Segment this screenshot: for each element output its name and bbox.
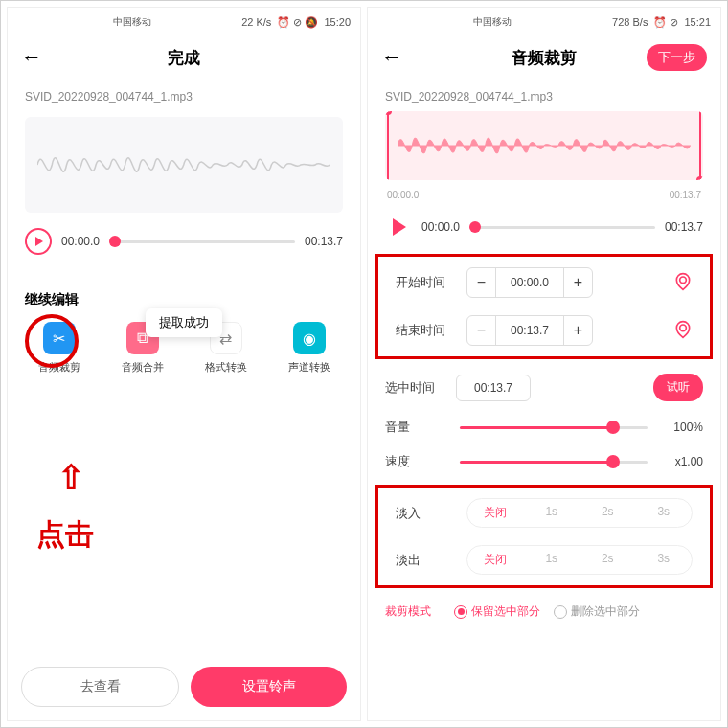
annotation-box-time: 开始时间 − 00:00.0 + 结束时间 − 00:13.7 +	[375, 254, 713, 359]
waveform-trim[interactable]	[385, 111, 703, 180]
pin-end-button[interactable]	[673, 320, 693, 342]
svg-point-1	[680, 325, 687, 331]
speed-value: x1.00	[661, 455, 703, 468]
progress-slider[interactable]	[109, 240, 295, 243]
annotation-label: 点击	[36, 515, 94, 555]
mode-delete-radio[interactable]: 删除选中部分	[554, 603, 640, 620]
fadein-label: 淡入	[396, 505, 457, 522]
mode-keep-radio[interactable]: 保留选中部分	[454, 603, 540, 620]
filename: SVID_20220928_004744_1.mp3	[368, 79, 720, 109]
back-icon[interactable]: ←	[21, 45, 42, 70]
next-button[interactable]: 下一步	[647, 44, 707, 71]
speed-label: 速度	[385, 453, 446, 470]
tool-grid: 提取成功 ✂ 音频裁剪 ⧉ 音频合并 ⇄ 格式转换 ◉ 声道转换	[8, 322, 360, 375]
play-row: 00:00.0 00:13.7	[8, 220, 360, 262]
end-time-value[interactable]: 00:13.7	[496, 324, 563, 337]
sound-icon: ◉	[293, 322, 326, 354]
annotation-circle	[25, 314, 79, 368]
filename: SVID_20220928_004744_1.mp3	[8, 79, 360, 109]
selected-time-label: 选中时间	[385, 379, 446, 397]
annotation-arrow-icon: ⇧	[57, 458, 84, 496]
fadeout-label: 淡出	[396, 552, 457, 569]
play-total: 00:13.7	[665, 220, 703, 234]
end-time-stepper: − 00:13.7 +	[466, 315, 593, 346]
trim-handle-end-icon[interactable]	[699, 111, 701, 180]
play-button[interactable]	[25, 228, 52, 255]
mode-label: 裁剪模式	[385, 603, 446, 620]
svg-point-0	[680, 277, 687, 284]
set-ringtone-button[interactable]: 设置铃声	[191, 667, 347, 707]
minus-button[interactable]: −	[467, 316, 496, 345]
plus-button[interactable]: +	[563, 316, 592, 345]
play-current: 00:00.0	[61, 235, 100, 248]
view-button[interactable]: 去查看	[21, 667, 179, 707]
fadeout-segment[interactable]: 关闭 1s 2s 3s	[466, 545, 693, 575]
play-total: 00:13.7	[305, 235, 343, 248]
header: ← 完成	[8, 36, 360, 79]
tool-channel-convert[interactable]: ◉ 声道转换	[288, 322, 330, 375]
trim-handle-start-icon[interactable]	[387, 111, 389, 180]
speed-slider[interactable]	[460, 461, 648, 464]
waveform	[25, 117, 343, 213]
status-bar: 中国移动 728 B/s ⏰ ⊘ 15:21	[368, 8, 720, 36]
page-title: 音频裁剪	[512, 47, 577, 69]
selected-time-value: 00:13.7	[456, 375, 531, 401]
annotation-box-fade: 淡入 关闭 1s 2s 3s 淡出 关闭 1s 2s 3s	[375, 485, 713, 588]
phone-left: 中国移动 22 K/s ⏰ ⊘ 🔕 15:20 ← 完成 SVID_202209…	[7, 7, 361, 721]
volume-slider[interactable]	[460, 426, 648, 429]
start-time-label: 开始时间	[396, 274, 457, 291]
volume-label: 音量	[385, 419, 446, 436]
back-icon[interactable]: ←	[381, 45, 402, 70]
start-time-stepper: − 00:00.0 +	[466, 267, 593, 298]
status-bar: 中国移动 22 K/s ⏰ ⊘ 🔕 15:20	[8, 8, 360, 36]
minus-button[interactable]: −	[467, 268, 496, 297]
play-current: 00:00.0	[421, 220, 460, 234]
play-button[interactable]	[385, 214, 412, 240]
volume-value: 100%	[661, 421, 703, 434]
timeline-labels: 00:00.000:13.7	[368, 188, 720, 206]
fadein-segment[interactable]: 关闭 1s 2s 3s	[466, 498, 693, 528]
toast-success: 提取成功	[146, 308, 222, 337]
play-row: 00:00.0 00:13.7	[368, 206, 720, 248]
page-title: 完成	[168, 47, 200, 69]
phone-right: 中国移动 728 B/s ⏰ ⊘ 15:21 ← 音频裁剪 下一步 SVID_2…	[367, 7, 721, 721]
preview-button[interactable]: 试听	[653, 374, 703, 401]
pin-start-button[interactable]	[673, 272, 693, 294]
start-time-value[interactable]: 00:00.0	[496, 276, 563, 289]
end-time-label: 结束时间	[396, 322, 457, 339]
plus-button[interactable]: +	[563, 268, 592, 297]
header: ← 音频裁剪 下一步	[368, 36, 720, 79]
progress-slider[interactable]	[469, 226, 655, 229]
